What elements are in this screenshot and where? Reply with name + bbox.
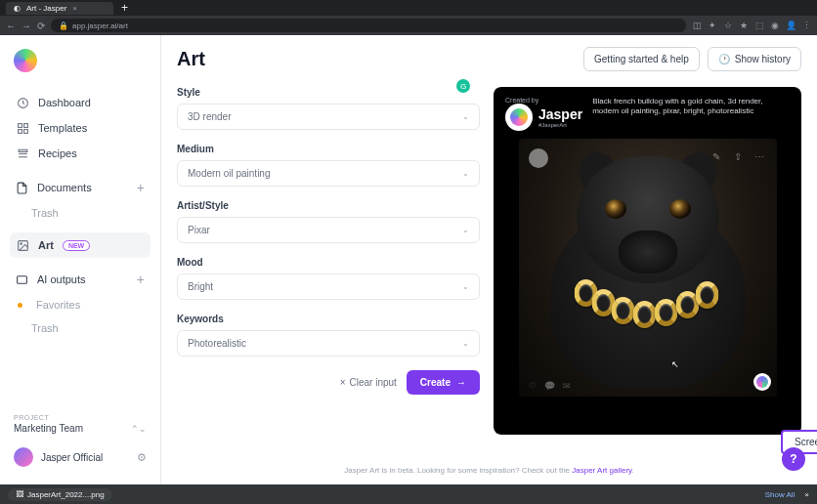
getting-started-button[interactable]: Getting started & help [583,47,700,71]
label: Favorites [36,299,80,311]
medium-label: Medium [177,144,480,154]
keywords-label: Keywords [177,314,480,324]
show-all-link[interactable]: Show All [765,490,796,499]
dashboard-icon [16,96,29,109]
clear-input-button[interactable]: × Clear input [340,377,397,388]
close-icon[interactable]: × [804,490,809,499]
counter-badge [529,148,548,168]
ext-icon[interactable]: ✦ [708,21,717,30]
keywords-select[interactable]: Photorealistic ⌄ [177,330,480,357]
chevron-down-icon: ⌄ [462,282,469,291]
sidebar-item-favorites[interactable]: Favorites [10,293,150,316]
page-title: Art [177,48,205,70]
art-icon [16,238,29,252]
style-label: Style [177,87,480,98]
label: Templates [38,122,87,134]
sidebar-item-templates[interactable]: Templates [10,115,150,141]
download-chip[interactable]: 🖼 JasperArt_2022....png [8,488,112,501]
create-button[interactable]: Create → [407,370,480,395]
project-selector[interactable]: Marketing Team ⌃⌄ [10,421,150,443]
image-actions: ✎ ⇪ ⋯ [709,148,767,164]
browser-chrome: ◐ Art - Jasper × + ← → ⟳ 🔒 app.jasper.ai… [0,0,817,35]
ext-icon[interactable]: ☆ [723,21,733,30]
chevron-icon: ⌃⌄ [131,424,147,434]
app-window: Dashboard Templates Recipes Documents + … [0,35,817,484]
mood-label: Mood [177,257,480,268]
jasper-name: Jasper [538,106,582,122]
ext-icon[interactable]: ★ [739,21,749,30]
label: Art [38,239,54,251]
sidebar-item-trash[interactable]: Trash [10,201,150,225]
svg-rect-4 [23,129,27,133]
ext-icon[interactable]: ◉ [770,21,780,30]
back-icon[interactable]: ← [6,21,16,31]
label: Trash [31,322,59,334]
generated-image[interactable]: ✎ ⇪ ⋯ [519,139,777,397]
recipes-icon [16,147,29,160]
new-badge: NEW [63,240,90,251]
new-tab-button[interactable]: + [121,1,128,15]
url-bar[interactable]: 🔒 app.jasper.ai/art [51,19,686,32]
send-icon[interactable]: ✉ [563,381,571,391]
preview-panel: Created by Jasper #JasperArt Black frenc… [494,87,801,435]
sidebar-item-recipes[interactable]: Recipes [10,141,150,166]
field-style: Style 3D render ⌄ [177,87,480,130]
sidebar-section-documents[interactable]: Documents + [10,174,150,201]
reload-icon[interactable]: ⟳ [37,21,45,31]
main-content: Art Getting started & help 🕐 Show histor… [161,35,817,484]
user-row[interactable]: Jasper Official ⚙ [10,443,150,471]
svg-point-6 [20,242,22,244]
plus-icon[interactable]: + [137,180,145,195]
chevron-down-icon: ⌄ [462,339,469,348]
sidebar-section-ai-outputs[interactable]: AI outputs + [10,266,150,293]
close-icon[interactable]: × [72,4,77,13]
tab-title: Art - Jasper [26,4,66,13]
download-bar: 🖼 JasperArt_2022....png Show All × [0,484,817,504]
close-icon: × [340,377,346,388]
menu-icon[interactable]: ⋮ [801,21,811,30]
project-label: PROJECT [10,414,150,421]
more-icon[interactable]: ⋯ [752,148,767,164]
show-history-button[interactable]: 🕐 Show history [708,47,801,71]
field-keywords: Keywords Photorealistic ⌄ [177,314,480,357]
arrow-right-icon: → [456,377,466,388]
cursor-icon: ↖ [671,359,679,369]
forward-icon[interactable]: → [22,21,31,31]
grammarly-icon[interactable]: G [456,79,470,93]
artist-select[interactable]: Pixar ⌄ [177,217,480,243]
medium-select[interactable]: Modern oil painting ⌄ [177,160,480,187]
avatar-icon[interactable]: 👤 [786,21,796,30]
svg-rect-2 [23,123,27,127]
plus-icon[interactable]: + [137,272,145,287]
share-icon[interactable]: ⇪ [730,148,746,164]
hashtag: #JasperArt [538,122,582,128]
ext-icon[interactable]: ◫ [692,21,702,30]
help-button[interactable]: ? [782,447,805,471]
sidebar-item-dashboard[interactable]: Dashboard [10,90,150,115]
browser-tab[interactable]: ◐ Art - Jasper × [6,2,113,15]
jasper-logo [505,104,533,131]
gear-icon[interactable]: ⚙ [137,451,147,464]
sidebar-item-trash2[interactable]: Trash [10,316,150,340]
created-by-label: Created by [505,97,582,104]
beta-notice: Jasper Art is in beta. Looking for some … [344,466,633,475]
url-text: app.jasper.ai/art [72,21,128,30]
ext-icon[interactable]: ⬚ [754,21,764,30]
extension-icons: ◫ ✦ ☆ ★ ⬚ ◉ 👤 ⋮ [692,21,811,30]
heart-icon[interactable]: ♡ [529,381,537,391]
jasper-logo[interactable] [14,49,37,72]
tab-favicon: ◐ [14,4,21,13]
label: AI outputs [37,273,86,285]
sidebar-item-art[interactable]: Art NEW [10,232,150,258]
comment-icon[interactable]: 💬 [544,381,555,391]
gallery-link[interactable]: Jasper Art gallery [572,466,631,475]
chevron-down-icon: ⌄ [462,169,469,178]
lock-icon: 🔒 [59,21,68,30]
svg-rect-1 [18,123,22,127]
mood-select[interactable]: Bright ⌄ [177,273,480,300]
label: Documents [37,182,92,193]
field-artist: Artist/Style Pixar ⌄ [177,200,480,243]
style-select[interactable]: 3D render ⌄ [177,104,480,130]
svg-rect-7 [18,275,27,283]
file-icon: 🖼 [16,490,23,499]
